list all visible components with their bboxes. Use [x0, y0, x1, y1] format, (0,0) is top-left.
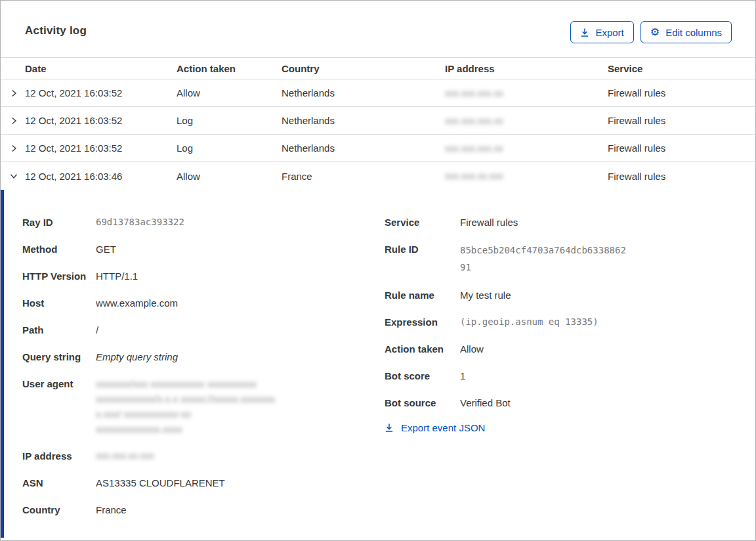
field-label: Host: [22, 295, 96, 311]
edit-columns-button-label: Edit columns: [665, 27, 722, 38]
table-row[interactable]: 12 Oct, 2021 16:03:52 Allow Netherlands …: [1, 79, 755, 107]
cell-action: Log: [177, 115, 282, 126]
gear-icon: ⚙: [650, 27, 660, 37]
column-header-date: Date: [25, 63, 177, 74]
cell-service: Firewall rules: [608, 171, 755, 182]
field-label: Path: [22, 322, 96, 337]
table-row[interactable]: 12 Oct, 2021 16:03:52 Log Netherlands xx…: [1, 107, 755, 135]
edit-columns-button[interactable]: ⚙ Edit columns: [640, 21, 732, 43]
field-value: www.example.com: [96, 295, 178, 311]
field-value: (ip.geoip.asnum eq 13335): [460, 314, 598, 330]
event-detail-panel: Ray ID 69d13783ac393322 Method GET HTTP …: [1, 190, 755, 538]
field-bot-score: Bot score 1: [385, 368, 755, 383]
field-path: Path /: [22, 322, 385, 337]
toolbar: Export ⚙ Edit columns: [570, 21, 732, 43]
field-label: Service: [385, 215, 460, 230]
field-country: Country France: [22, 502, 385, 517]
cell-date: 12 Oct, 2021 16:03:52: [25, 142, 177, 154]
chevron-right-icon: [9, 144, 18, 153]
cell-country: France: [282, 171, 445, 182]
expand-row-button[interactable]: [1, 144, 25, 153]
detail-right-column: Service Firewall rules Rule ID 85bce5b20…: [385, 215, 755, 538]
chevron-right-icon: [9, 116, 18, 125]
field-label: Bot score: [385, 368, 460, 383]
field-rule-name: Rule name My test rule: [385, 288, 755, 303]
chevron-down-icon: [9, 171, 18, 181]
field-service: Service Firewall rules: [385, 215, 755, 230]
field-label: Query string: [22, 349, 96, 364]
export-event-json-label: Export event JSON: [401, 422, 485, 433]
field-label: Ray ID: [22, 215, 96, 230]
field-value: 1: [460, 368, 465, 383]
field-label: Action taken: [385, 341, 460, 357]
field-value: /: [96, 322, 98, 337]
cell-service: Firewall rules: [608, 142, 755, 154]
field-value: Verified Bot: [460, 395, 511, 410]
cell-service: Firewall rules: [608, 87, 755, 98]
field-action-taken: Action taken Allow: [385, 341, 755, 357]
field-label: Method: [22, 242, 96, 257]
cell-date: 12 Oct, 2021 16:03:52: [25, 115, 177, 126]
cell-action: Log: [177, 142, 282, 154]
download-icon: [385, 423, 394, 433]
cell-ip-redacted: xxx.xxx.xxx.xx: [445, 88, 608, 98]
field-method: Method GET: [22, 242, 385, 257]
cell-action: Allow: [177, 171, 282, 182]
column-header-ip: IP address: [445, 63, 608, 74]
field-ray-id: Ray ID 69d13783ac393322: [22, 215, 385, 230]
table-row[interactable]: 12 Oct, 2021 16:03:52 Log Netherlands xx…: [1, 135, 755, 162]
export-button[interactable]: Export: [570, 21, 633, 43]
field-value: Empty query string: [96, 349, 178, 364]
field-value: Firewall rules: [460, 215, 518, 230]
detail-left-column: Ray ID 69d13783ac393322 Method GET HTTP …: [22, 215, 385, 538]
cell-country: Netherlands: [282, 115, 445, 126]
cell-service: Firewall rules: [608, 115, 755, 126]
chevron-right-icon: [9, 89, 18, 98]
export-button-label: Export: [595, 27, 623, 38]
field-label: Rule name: [385, 288, 460, 303]
expand-row-button[interactable]: [1, 89, 25, 98]
field-label: IP address: [22, 448, 96, 464]
column-header-action: Action taken: [177, 63, 282, 74]
field-ip-address: IP address xxx.xxx.xx.xxx: [22, 448, 385, 464]
field-label: User agent: [22, 376, 96, 437]
field-value: Allow: [460, 341, 484, 357]
field-label: Bot source: [385, 395, 460, 410]
cell-action: Allow: [177, 87, 282, 98]
activity-log-panel: Activity log Export ⚙ Edit columns Date …: [0, 0, 756, 541]
field-http-version: HTTP Version HTTP/1.1: [22, 269, 385, 284]
cell-country: Netherlands: [282, 142, 445, 154]
field-value-redacted: xxxxxxx/xxx xxxxxxxxxxx xxxxxxxxxx xxxxx…: [96, 376, 275, 437]
expand-row-button[interactable]: [1, 116, 25, 125]
field-value: 69d13783ac393322: [96, 215, 184, 230]
field-label: Rule ID: [385, 242, 460, 276]
export-event-json-link[interactable]: Export event JSON: [385, 422, 755, 433]
field-user-agent: User agent xxxxxxx/xxx xxxxxxxxxxx xxxxx…: [22, 376, 385, 437]
field-label: Expression: [385, 314, 460, 330]
table-row-expanded[interactable]: 12 Oct, 2021 16:03:46 Allow France xxx.x…: [1, 162, 755, 190]
column-header-service: Service: [608, 63, 755, 74]
table-header: Date Action taken Country IP address Ser…: [1, 57, 755, 79]
field-label: ASN: [22, 475, 96, 490]
field-value: My test rule: [460, 288, 511, 303]
cell-date: 12 Oct, 2021 16:03:46: [25, 171, 177, 182]
field-asn: ASN AS13335 CLOUDFLARENET: [22, 475, 385, 490]
field-value: GET: [96, 242, 116, 257]
field-value-redacted: xxx.xxx.xx.xxx: [96, 448, 154, 464]
download-icon: [580, 28, 589, 37]
field-label: Country: [22, 502, 96, 517]
cell-ip-redacted: xxx.xxx.xxx.xx: [445, 116, 608, 126]
field-query-string: Query string Empty query string: [22, 349, 385, 364]
column-header-country: Country: [282, 63, 445, 74]
field-value: HTTP/1.1: [96, 269, 138, 284]
field-rule-id: Rule ID 85bce5b204cf4703a764dcb633886291: [385, 242, 755, 276]
panel-header: Activity log Export ⚙ Edit columns: [1, 1, 755, 57]
cell-ip-redacted: xxx.xxx.xxx.xx: [445, 143, 608, 154]
field-host: Host www.example.com: [22, 295, 385, 311]
collapse-row-button[interactable]: [1, 171, 25, 181]
cell-ip-redacted: xxx.xxx.xx.xxx: [445, 171, 608, 181]
field-value: 85bce5b204cf4703a764dcb633886291: [460, 242, 629, 276]
page-title: Activity log: [25, 21, 87, 37]
cell-country: Netherlands: [282, 87, 445, 98]
field-value: France: [96, 502, 127, 517]
